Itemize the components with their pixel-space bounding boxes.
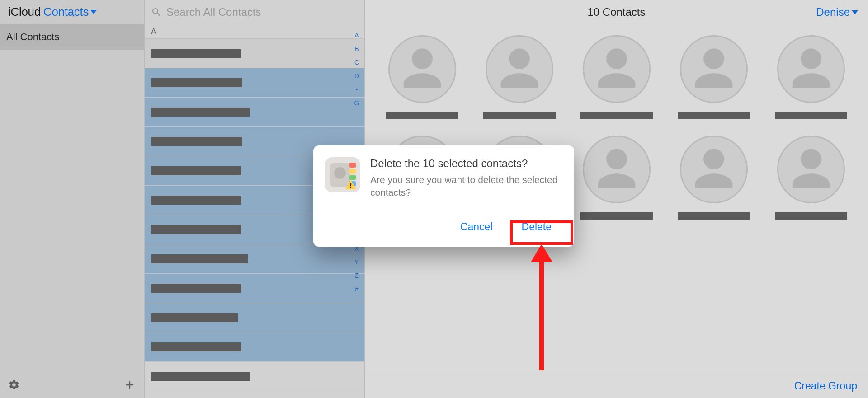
contacts-app-warning-icon — [325, 157, 360, 192]
delete-confirm-dialog: Delete the 10 selected contacts? Are you… — [313, 145, 574, 247]
svg-rect-1 — [350, 187, 351, 188]
dialog-title: Delete the 10 selected contacts? — [370, 157, 562, 170]
delete-button[interactable]: Delete — [511, 216, 562, 238]
svg-rect-0 — [350, 183, 351, 187]
cancel-button[interactable]: Cancel — [458, 217, 495, 237]
dialog-message: Are you sure you want to delete the sele… — [370, 173, 562, 199]
